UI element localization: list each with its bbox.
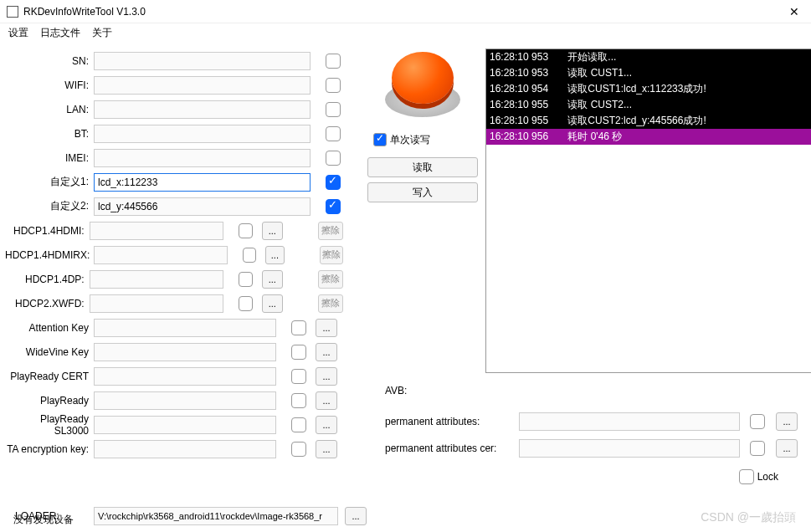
erase-button[interactable]: 擦除	[318, 270, 343, 289]
field-checkbox[interactable]	[291, 345, 306, 360]
field-checkbox[interactable]	[291, 393, 306, 408]
field-label: 自定义1:	[5, 175, 94, 189]
browse-button[interactable]: ...	[316, 391, 337, 410]
field-label: BT:	[5, 128, 94, 140]
field-input[interactable]	[94, 391, 276, 410]
single-rw-option[interactable]: 单次读写	[370, 130, 485, 149]
left-panel: SN:WIFI:LAN:BT:IMEI:自定义1:自定义2:HDCP1.4HDM…	[0, 49, 343, 487]
avb-input[interactable]	[519, 412, 740, 431]
app-icon	[7, 6, 18, 18]
field-input[interactable]	[94, 246, 228, 264]
lock-checkbox[interactable]	[739, 469, 754, 484]
field-label: HDCP1.4DP:	[5, 274, 90, 285]
field-label: IMEI:	[5, 152, 94, 164]
menubar: 设置 日志文件 关于	[0, 23, 811, 42]
avb-title: AVB:	[385, 385, 811, 396]
field-row: 自定义2:	[5, 194, 343, 218]
avb-browse-button[interactable]: ...	[776, 412, 798, 431]
field-label: Attention Key	[5, 322, 94, 334]
write-button[interactable]: 写入	[367, 182, 478, 202]
field-checkbox[interactable]	[291, 369, 306, 384]
loader-row: LOADER: ...	[0, 507, 811, 525]
lock-label: Lock	[757, 471, 778, 483]
browse-button[interactable]: ...	[265, 246, 285, 264]
field-checkbox[interactable]	[326, 175, 341, 190]
field-input[interactable]	[94, 440, 276, 458]
field-input[interactable]	[94, 319, 276, 337]
field-checkbox[interactable]	[326, 126, 341, 141]
browse-button[interactable]: ...	[316, 367, 337, 386]
avb-checkbox[interactable]	[750, 441, 765, 456]
field-input[interactable]	[94, 416, 276, 434]
field-row: LAN:	[5, 97, 343, 121]
field-checkbox[interactable]	[239, 272, 253, 287]
status-text: 没有发现设备	[13, 513, 74, 527]
field-checkbox[interactable]	[326, 102, 341, 117]
erase-button[interactable]: 擦除	[318, 222, 343, 240]
field-label: PlayReady CERT	[5, 371, 94, 382]
field-input[interactable]	[94, 343, 276, 361]
field-checkbox[interactable]	[243, 248, 256, 263]
field-label: PlayReady	[5, 395, 94, 407]
field-row: IMEI:	[5, 146, 343, 170]
lock-option[interactable]: Lock	[385, 467, 811, 487]
single-rw-checkbox[interactable]	[373, 133, 387, 146]
field-row: BT:	[5, 121, 343, 146]
loader-browse-button[interactable]: ...	[345, 507, 367, 525]
field-input[interactable]	[94, 367, 276, 386]
field-checkbox[interactable]	[239, 296, 253, 311]
field-label: LAN:	[5, 104, 94, 115]
field-label: WIFI:	[5, 79, 94, 91]
log-panel: 16:28:10 953 开始读取...16:28:10 953 读取 CUST…	[485, 49, 811, 373]
field-label: TA encryption key:	[5, 443, 94, 455]
avb-browse-button[interactable]: ...	[776, 439, 798, 458]
browse-button[interactable]: ...	[316, 319, 337, 337]
field-input[interactable]	[94, 52, 311, 70]
field-checkbox[interactable]	[291, 320, 306, 335]
field-label: 自定义2:	[5, 199, 94, 213]
field-input[interactable]	[94, 173, 311, 192]
menu-settings[interactable]: 设置	[8, 26, 28, 40]
field-row: TA encryption key:...	[5, 437, 343, 461]
avb-label: permanent attributes cer:	[385, 442, 519, 454]
main: SN:WIFI:LAN:BT:IMEI:自定义1:自定义2:HDCP1.4HDM…	[0, 42, 811, 487]
browse-button[interactable]: ...	[262, 222, 283, 240]
field-row: HDCP1.4HDMI:...擦除	[5, 218, 343, 243]
field-row: PlayReady SL3000...	[5, 412, 343, 437]
field-input[interactable]	[94, 197, 311, 216]
avb-row: permanent attributes:...	[385, 408, 811, 435]
browse-button[interactable]: ...	[316, 440, 337, 458]
avb-checkbox[interactable]	[750, 414, 765, 429]
field-checkbox[interactable]	[326, 54, 341, 69]
menu-about[interactable]: 关于	[92, 26, 112, 40]
field-input[interactable]	[94, 76, 311, 95]
avb-input[interactable]	[519, 439, 740, 458]
field-checkbox[interactable]	[326, 151, 341, 166]
field-input[interactable]	[94, 149, 311, 167]
avb-label: permanent attributes:	[385, 416, 519, 427]
field-checkbox[interactable]	[326, 78, 341, 93]
browse-button[interactable]: ...	[316, 416, 337, 434]
browse-button[interactable]: ...	[262, 270, 283, 289]
field-checkbox[interactable]	[291, 442, 306, 457]
log-line: 16:28:10 954 读取CUST1:lcd_x:112233成功!	[486, 81, 811, 97]
field-label: HDCP2.XWFD:	[5, 298, 90, 309]
browse-button[interactable]: ...	[262, 294, 283, 313]
field-checkbox[interactable]	[239, 223, 253, 238]
field-input[interactable]	[90, 222, 223, 240]
field-input[interactable]	[90, 294, 223, 313]
loader-input[interactable]	[94, 507, 338, 525]
field-checkbox[interactable]	[326, 199, 341, 214]
avb-row: permanent attributes cer:...	[385, 435, 811, 462]
menu-log[interactable]: 日志文件	[40, 26, 80, 40]
read-button[interactable]: 读取	[367, 157, 478, 177]
field-checkbox[interactable]	[291, 417, 306, 432]
browse-button[interactable]: ...	[316, 343, 337, 361]
field-input[interactable]	[94, 100, 311, 119]
close-button[interactable]: ✕	[784, 5, 804, 18]
erase-button[interactable]: 擦除	[318, 294, 343, 313]
field-input[interactable]	[90, 270, 223, 289]
field-input[interactable]	[94, 125, 311, 143]
erase-button[interactable]: 擦除	[320, 246, 343, 264]
big-red-button[interactable]	[377, 49, 469, 124]
